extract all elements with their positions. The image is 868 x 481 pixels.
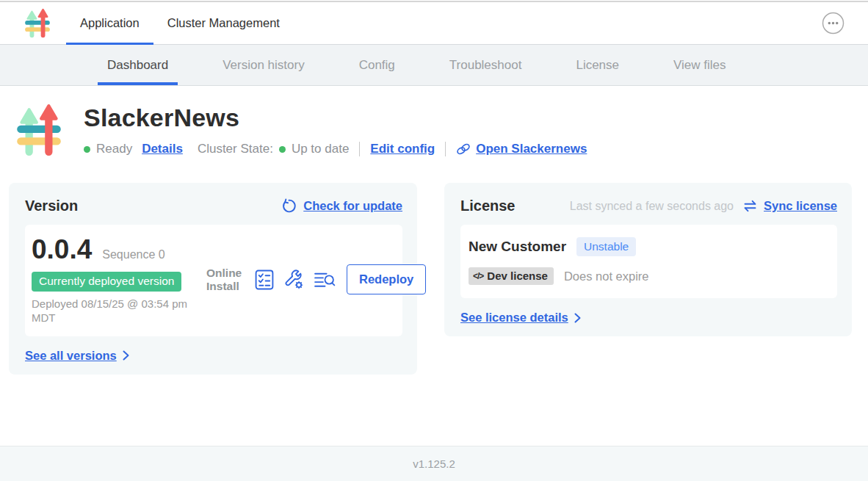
deployed-status-badge: Currently deployed version bbox=[32, 272, 181, 292]
open-app-label: Open Slackernews bbox=[476, 142, 587, 156]
checklist-icon bbox=[255, 270, 274, 290]
tab-application[interactable]: Application bbox=[66, 2, 153, 44]
code-icon: </> bbox=[473, 271, 483, 281]
install-type-label: Online Install bbox=[206, 267, 246, 293]
version-number: 0.0.4 bbox=[32, 234, 92, 265]
brand-logo bbox=[24, 2, 51, 44]
tab-cluster-management[interactable]: Cluster Management bbox=[153, 2, 294, 44]
top-header: Application Cluster Management bbox=[0, 2, 868, 45]
ready-status-label: Ready bbox=[96, 142, 132, 156]
dashboard-main: SlackerNews Ready Details Cluster State:… bbox=[0, 86, 868, 446]
console-footer: v1.125.2 bbox=[0, 446, 868, 481]
license-expiry-text: Does not expire bbox=[564, 270, 649, 283]
header-tabs: Application Cluster Management bbox=[66, 2, 294, 44]
redeploy-button[interactable]: Redeploy bbox=[347, 264, 426, 294]
cluster-state-label: Cluster State: bbox=[198, 142, 273, 156]
more-menu-button[interactable] bbox=[822, 12, 845, 35]
subnav-license[interactable]: License bbox=[576, 45, 619, 85]
tab-cluster-management-label: Cluster Management bbox=[167, 16, 280, 30]
slackernews-logo-icon bbox=[24, 7, 51, 39]
sync-icon bbox=[743, 200, 757, 212]
last-synced-text: Last synced a few seconds ago bbox=[570, 200, 734, 213]
see-all-versions-label: See all versions bbox=[25, 349, 117, 363]
see-all-versions-link[interactable]: See all versions bbox=[25, 349, 129, 363]
subnav-version-history[interactable]: Version history bbox=[223, 45, 305, 85]
app-status-row: Ready Details Cluster State: Up to date … bbox=[84, 142, 587, 156]
subnav-license-label: License bbox=[576, 58, 619, 73]
check-for-update-link[interactable]: Check for update bbox=[303, 199, 402, 213]
page-title: SlackerNews bbox=[84, 104, 587, 132]
ready-status-dot-icon bbox=[84, 146, 90, 153]
deployed-timestamp: Deployed 08/15/25 @ 03:54 pm MDT bbox=[32, 297, 199, 325]
chevron-right-icon bbox=[123, 350, 129, 361]
subnav-config-label: Config bbox=[359, 58, 395, 73]
subnav-dashboard[interactable]: Dashboard bbox=[107, 45, 168, 85]
license-details-panel: New Customer Unstable </> Dev license Do… bbox=[460, 225, 837, 298]
subnav-troubleshoot[interactable]: Troubleshoot bbox=[449, 45, 522, 85]
chevron-right-icon bbox=[574, 313, 581, 323]
link-icon bbox=[456, 142, 471, 156]
refresh-icon bbox=[281, 198, 297, 214]
divider bbox=[359, 142, 360, 156]
cluster-state-dot-icon bbox=[279, 146, 286, 153]
open-app-link[interactable]: Open Slackernews bbox=[456, 142, 587, 156]
subnav-view-files-label: View files bbox=[673, 58, 726, 73]
license-type-label: Dev license bbox=[487, 270, 548, 282]
license-card: License Last synced a few seconds ago Sy… bbox=[444, 183, 852, 336]
console-version: v1.125.2 bbox=[413, 458, 455, 470]
view-config-button[interactable] bbox=[283, 270, 304, 290]
divider bbox=[445, 142, 446, 156]
subnav-dashboard-label: Dashboard bbox=[107, 58, 168, 73]
channel-badge: Unstable bbox=[576, 237, 636, 256]
subnav-view-files[interactable]: View files bbox=[673, 45, 726, 85]
version-card-title: Version bbox=[25, 198, 78, 214]
license-type-badge: </> Dev license bbox=[469, 267, 554, 285]
preflight-checks-button[interactable] bbox=[255, 270, 274, 290]
version-card: Version Check for update 0.0.4 Sequence … bbox=[9, 183, 417, 375]
customer-name: New Customer bbox=[469, 239, 566, 255]
wrench-gear-icon bbox=[283, 270, 304, 290]
tab-application-label: Application bbox=[80, 16, 140, 30]
license-card-title: License bbox=[460, 198, 515, 214]
subnav-version-history-label: Version history bbox=[223, 58, 305, 73]
see-license-details-label: See license details bbox=[460, 311, 568, 325]
app-subnav: Dashboard Version history Config Trouble… bbox=[0, 45, 868, 86]
subnav-config[interactable]: Config bbox=[359, 45, 395, 85]
cluster-state-value: Up to date bbox=[292, 142, 349, 156]
version-sequence: Sequence 0 bbox=[102, 248, 164, 261]
app-logo-icon bbox=[16, 102, 62, 158]
view-deploy-logs-button[interactable] bbox=[314, 270, 336, 289]
ellipsis-icon bbox=[822, 12, 845, 35]
subnav-troubleshoot-label: Troubleshoot bbox=[449, 58, 522, 73]
logs-search-icon bbox=[314, 270, 336, 289]
see-license-details-link[interactable]: See license details bbox=[460, 311, 581, 325]
current-version-panel: 0.0.4 Sequence 0 Currently deployed vers… bbox=[25, 225, 402, 336]
edit-config-link[interactable]: Edit config bbox=[370, 142, 435, 156]
sync-license-link[interactable]: Sync license bbox=[764, 199, 837, 213]
details-link[interactable]: Details bbox=[142, 142, 183, 156]
